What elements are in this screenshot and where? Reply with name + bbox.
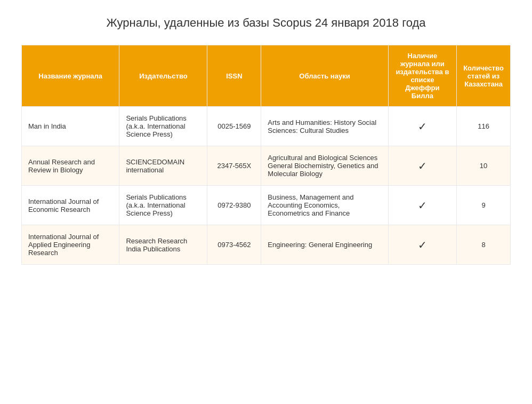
- cell-journal-name: Man in India: [22, 107, 119, 146]
- cell-articles-count: 8: [457, 225, 511, 265]
- cell-publisher: Research Research India Publications: [119, 225, 207, 265]
- cell-publisher: SCIENCEDOMAIN international: [119, 146, 207, 186]
- cell-issn: 0972-9380: [207, 186, 261, 225]
- cell-articles-count: 10: [457, 146, 511, 186]
- table-row: Annual Research and Review in BiologySCI…: [22, 146, 511, 186]
- cell-issn: 0973-4562: [207, 225, 261, 265]
- page-title: Журналы, удаленные из базы Scopus 24 янв…: [106, 16, 425, 30]
- cell-articles-count: 9: [457, 186, 511, 225]
- cell-issn: 2347-565X: [207, 146, 261, 186]
- main-table: Название журнала Издательство ISSN Облас…: [21, 45, 511, 265]
- table-row: International Journal of Applied Enginee…: [22, 225, 511, 265]
- header-publisher: Издательство: [119, 45, 207, 107]
- checkmark-icon: ✓: [395, 160, 450, 172]
- header-jeffreybell: Наличие журнала или издательства в списк…: [388, 45, 456, 107]
- checkmark-icon: ✓: [395, 199, 450, 212]
- cell-articles-count: 116: [457, 107, 511, 146]
- cell-field: Arts and Humanities: History Social Scie…: [261, 107, 388, 146]
- table-row: Man in IndiaSerials Publications (a.k.a.…: [22, 107, 511, 146]
- checkmark-icon: ✓: [395, 120, 450, 133]
- cell-jeffreybell: ✓: [388, 186, 456, 225]
- cell-field: Engineering: General Engineering: [261, 225, 388, 265]
- checkmark-icon: ✓: [395, 239, 450, 251]
- cell-jeffreybell: ✓: [388, 225, 456, 265]
- cell-publisher: Serials Publications (a.k.a. Internation…: [119, 186, 207, 225]
- cell-jeffreybell: ✓: [388, 107, 456, 146]
- cell-field: Agricultural and Biological Sciences Gen…: [261, 146, 388, 186]
- cell-journal-name: International Journal of Applied Enginee…: [22, 225, 119, 265]
- header-issn: ISSN: [207, 45, 261, 107]
- cell-journal-name: Annual Research and Review in Biology: [22, 146, 119, 186]
- header-field: Область науки: [261, 45, 388, 107]
- cell-field: Business, Management and Accounting Econ…: [261, 186, 388, 225]
- cell-publisher: Serials Publications (a.k.a. Internation…: [119, 107, 207, 146]
- cell-journal-name: International Journal of Economic Resear…: [22, 186, 119, 225]
- cell-issn: 0025-1569: [207, 107, 261, 146]
- table-row: International Journal of Economic Resear…: [22, 186, 511, 225]
- cell-jeffreybell: ✓: [388, 146, 456, 186]
- header-articles: Количество статей из Казахстана: [457, 45, 511, 107]
- header-name: Название журнала: [22, 45, 119, 107]
